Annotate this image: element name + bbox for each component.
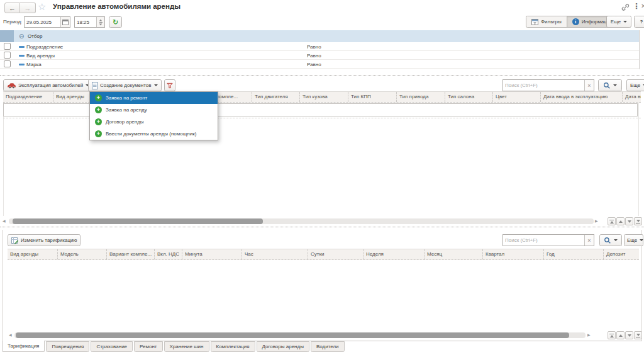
close-icon[interactable]: ✕ <box>641 3 644 9</box>
column-header[interactable]: Тип двигателя <box>252 92 300 102</box>
scrollbar-left-icon[interactable]: ◀ <box>9 332 12 338</box>
scroll-to-top-button[interactable] <box>608 331 616 339</box>
column-header[interactable]: Тип привода <box>397 92 445 102</box>
bottom-tab[interactable]: Договоры аренды <box>257 341 309 352</box>
get-link-icon[interactable] <box>621 3 630 11</box>
period-date-input[interactable] <box>25 17 60 27</box>
edit-tariff-button[interactable]: Изменить тарификацию <box>8 234 80 246</box>
refresh-icon: ↻ <box>113 19 118 26</box>
scrollbar-left-icon[interactable]: ◀ <box>3 218 6 224</box>
column-header[interactable]: Дата выбытия <box>623 92 641 102</box>
scroll-to-bottom-button[interactable] <box>634 217 642 225</box>
scroll-up-button[interactable] <box>616 331 625 339</box>
bottom-tab[interactable]: Хранение шин <box>164 341 209 352</box>
collapse-icon[interactable]: ⊖ <box>19 33 24 40</box>
column-header[interactable]: Час <box>242 249 308 259</box>
column-header[interactable]: Подразделение <box>3 92 53 102</box>
create-menu-item[interactable]: +Заявка на аренду <box>90 104 218 116</box>
scroll-down-button[interactable] <box>625 217 633 225</box>
column-header[interactable]: Цвет <box>493 92 541 102</box>
filter-panel: ⊖ Отбор ПодразделениеРавноВид арендыРавн… <box>0 30 640 69</box>
time-spinner[interactable] <box>96 17 104 27</box>
bottom-tab[interactable]: Ремонт <box>134 341 162 352</box>
vehicles-search-options-button[interactable] <box>598 79 622 91</box>
tariff-more-button[interactable]: Еще <box>624 234 643 246</box>
period-time-input[interactable] <box>75 17 96 27</box>
spinner-down-icon[interactable] <box>99 23 103 25</box>
scrollbar-right-icon[interactable]: ▶ <box>595 218 598 224</box>
column-header[interactable]: Квартал <box>483 249 544 259</box>
column-header[interactable]: Тип кузова <box>300 92 348 102</box>
scrollbar-right-icon[interactable]: ▶ <box>587 332 591 338</box>
bottom-tab[interactable]: Комплектация <box>211 341 255 352</box>
bottom-tab[interactable]: Страхование <box>91 341 133 352</box>
filter-condition-value[interactable]: Равно <box>307 53 321 59</box>
edit-tariff-label: Изменить тарификацию <box>21 237 77 243</box>
create-menu-item[interactable]: +Заявка на ремонт <box>90 92 218 104</box>
scroll-to-top-button[interactable] <box>608 217 616 225</box>
add-plus-icon: + <box>95 106 102 113</box>
create-menu-item[interactable]: +Договор аренды <box>90 116 218 128</box>
bottom-tab[interactable]: Тарификация <box>2 341 45 352</box>
kebab-menu-icon[interactable]: ⋮ <box>633 2 640 11</box>
tariff-search-options-button[interactable] <box>599 234 622 246</box>
document-icon <box>92 82 98 89</box>
column-header[interactable]: Месяц <box>425 249 483 259</box>
menu-item-label: Договор аренды <box>106 119 144 125</box>
column-header[interactable]: Тип салона <box>445 92 493 102</box>
vehicle-operations-button[interactable]: Эксплуатация автомобилей <box>3 79 93 91</box>
more-label: Еще <box>627 237 637 243</box>
scroll-down-button[interactable] <box>625 331 633 339</box>
magnifier-icon <box>603 82 611 89</box>
filter-row[interactable]: ПодразделениеРавно <box>0 42 639 51</box>
pane-splitter[interactable] <box>0 227 644 227</box>
info-icon: i <box>572 18 579 25</box>
column-header[interactable]: Год <box>544 249 604 259</box>
column-header[interactable]: Вкл. НДС <box>155 249 182 259</box>
filter-checkbox[interactable] <box>4 52 11 59</box>
filter-checkbox[interactable] <box>4 60 11 67</box>
bottom-tab[interactable]: Повреждения <box>46 341 89 352</box>
column-header[interactable]: Минута <box>182 249 242 259</box>
tariff-search-field: × <box>502 234 594 246</box>
refresh-button[interactable]: ↻ <box>109 16 122 28</box>
column-header[interactable]: Тип КПП <box>348 92 397 102</box>
filters-information-toggle: Фильтры i Информация <box>526 16 618 28</box>
filter-row[interactable]: Вид арендыРавно <box>0 51 639 60</box>
filter-group-header[interactable]: ⊖ Отбор <box>0 30 639 42</box>
tariff-table-header: Вид арендыМодельВариант компле...Вкл. НД… <box>8 249 639 260</box>
calendar-icon[interactable] <box>60 17 70 27</box>
horizontal-scrollbar-thumb[interactable] <box>16 332 569 338</box>
spinner-up-icon[interactable] <box>99 19 103 21</box>
tariff-search-input[interactable] <box>503 235 584 246</box>
favorite-star-icon[interactable]: ☆ <box>38 1 46 13</box>
column-header[interactable]: Вариант компле... <box>107 249 155 259</box>
scroll-up-button[interactable] <box>616 217 625 225</box>
horizontal-scrollbar-thumb[interactable] <box>13 218 263 224</box>
forward-button[interactable]: → <box>20 3 36 13</box>
column-header[interactable]: Модель <box>58 249 107 259</box>
filter-row[interactable]: МаркаРавно <box>0 60 639 69</box>
vehicles-search-input[interactable] <box>503 80 584 91</box>
search-clear-icon[interactable]: × <box>584 235 594 246</box>
column-header[interactable]: Депозит <box>604 249 639 259</box>
bottom-tab[interactable]: Водители <box>311 341 345 352</box>
search-clear-icon[interactable]: × <box>584 80 594 91</box>
create-documents-button[interactable]: Создание документов <box>88 79 162 91</box>
filter-checkbox[interactable] <box>4 43 11 50</box>
column-header[interactable]: Сутки <box>308 249 364 259</box>
vehicles-more-button[interactable]: Еще <box>626 79 644 91</box>
filter-condition-value[interactable]: Равно <box>307 62 321 67</box>
filters-toggle-button[interactable]: Фильтры <box>526 16 567 27</box>
create-menu-item[interactable]: +Ввести документы аренды (помощник) <box>90 128 218 140</box>
filter-rows: ПодразделениеРавноВид арендыРавноМаркаРа… <box>0 42 639 69</box>
filter-condition-value[interactable]: Равно <box>307 44 321 50</box>
scroll-to-bottom-button[interactable] <box>634 331 642 339</box>
column-header[interactable]: Вид аренды <box>8 249 58 259</box>
help-button[interactable]: ? <box>634 16 644 28</box>
column-header[interactable]: Дата ввода в эксплуатацию <box>541 92 623 102</box>
column-header[interactable]: Неделя <box>364 249 425 259</box>
form-more-button[interactable]: Еще <box>606 16 631 28</box>
set-filter-button[interactable] <box>164 79 175 91</box>
back-button[interactable]: ← <box>4 3 20 13</box>
